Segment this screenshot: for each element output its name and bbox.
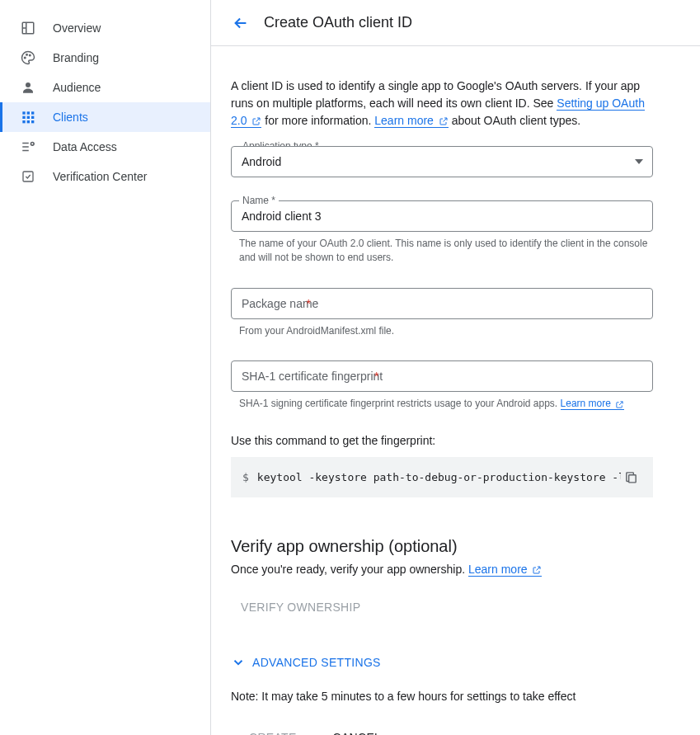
svg-rect-5	[22, 111, 25, 114]
svg-point-3	[30, 54, 31, 56]
sidebar-item-data-access[interactable]: Data Access	[0, 132, 210, 162]
verify-learn-more-link[interactable]: Learn more	[468, 563, 542, 577]
svg-rect-9	[27, 116, 30, 119]
verify-ownership-button[interactable]: Verify Ownership	[231, 592, 370, 622]
copy-command-button[interactable]	[621, 467, 641, 488]
sidebar: Overview Branding Audience Clients Data …	[0, 0, 211, 735]
package-helper: From your AndroidManifest.xml file.	[239, 324, 653, 338]
verify-subtext: Once you're ready, verify your app owner…	[231, 563, 653, 576]
chevron-down-icon	[231, 655, 246, 670]
external-link-icon	[532, 565, 542, 575]
svg-rect-13	[31, 120, 34, 123]
svg-point-1	[25, 57, 26, 59]
learn-more-types-link[interactable]: Learn more	[374, 114, 448, 128]
sidebar-item-verification[interactable]: Verification Center	[0, 162, 210, 191]
person-icon	[20, 79, 36, 96]
svg-rect-8	[22, 116, 25, 119]
page-header: Create OAuth client ID	[211, 0, 700, 46]
timing-note: Note: It may take 5 minutes to a few hou…	[231, 690, 653, 703]
advanced-settings-toggle[interactable]: ADVANCED SETTINGS	[231, 655, 653, 670]
sidebar-item-label: Verification Center	[53, 170, 147, 183]
svg-point-4	[26, 82, 31, 87]
command-block: $ keytool -keystore path-to-debug-or-pro…	[231, 457, 653, 497]
external-link-icon	[251, 116, 261, 126]
create-button[interactable]: Create	[239, 723, 307, 735]
sha1-input[interactable]	[231, 360, 653, 392]
svg-rect-15	[23, 172, 33, 181]
verify-section-title: Verify app ownership (optional)	[231, 537, 653, 556]
arrow-back-icon	[232, 14, 250, 32]
sha1-helper: SHA-1 signing certificate fingerprint re…	[239, 397, 653, 411]
svg-rect-16	[629, 475, 637, 483]
sidebar-item-label: Data Access	[53, 140, 117, 153]
checkbox-icon	[20, 168, 36, 185]
sidebar-item-label: Branding	[53, 51, 99, 64]
svg-rect-11	[22, 120, 25, 123]
palette-icon	[20, 49, 36, 66]
external-link-icon	[615, 400, 624, 409]
command-text: keytool -keystore path-to-debug-or-produ…	[257, 471, 621, 483]
svg-rect-7	[31, 111, 34, 114]
sha1-learn-more-link[interactable]: Learn more	[561, 398, 625, 410]
copy-icon	[624, 470, 638, 484]
prompt-symbol: $	[242, 471, 249, 483]
settings-list-icon	[20, 139, 36, 155]
name-label: Name *	[239, 195, 279, 206]
svg-rect-12	[27, 120, 30, 123]
apps-icon	[20, 109, 36, 125]
package-name-input[interactable]	[231, 288, 653, 319]
svg-rect-10	[31, 116, 34, 119]
command-label: Use this command to get the fingerprint:	[231, 434, 653, 447]
dashboard-icon	[20, 20, 36, 36]
name-input[interactable]	[231, 200, 653, 232]
sidebar-item-branding[interactable]: Branding	[0, 43, 210, 73]
intro-text: A client ID is used to identify a single…	[231, 78, 653, 130]
svg-point-2	[26, 54, 28, 56]
page-title: Create OAuth client ID	[264, 14, 412, 31]
sidebar-item-label: Overview	[53, 21, 101, 35]
name-helper: The name of your OAuth 2.0 client. This …	[239, 237, 653, 265]
back-button[interactable]	[224, 7, 257, 40]
cancel-button[interactable]: Cancel	[323, 723, 392, 735]
sidebar-item-clients[interactable]: Clients	[0, 102, 210, 132]
external-link-icon	[439, 116, 449, 126]
sidebar-item-overview[interactable]: Overview	[0, 13, 210, 43]
sidebar-item-audience[interactable]: Audience	[0, 73, 210, 102]
main-content: Create OAuth client ID A client ID is us…	[211, 0, 700, 735]
form-actions: Create Cancel	[231, 723, 653, 735]
application-type-select[interactable]: Android	[231, 146, 653, 177]
svg-point-14	[31, 142, 34, 145]
svg-rect-6	[27, 111, 30, 114]
sidebar-item-label: Audience	[53, 81, 101, 94]
sidebar-item-label: Clients	[53, 111, 88, 124]
